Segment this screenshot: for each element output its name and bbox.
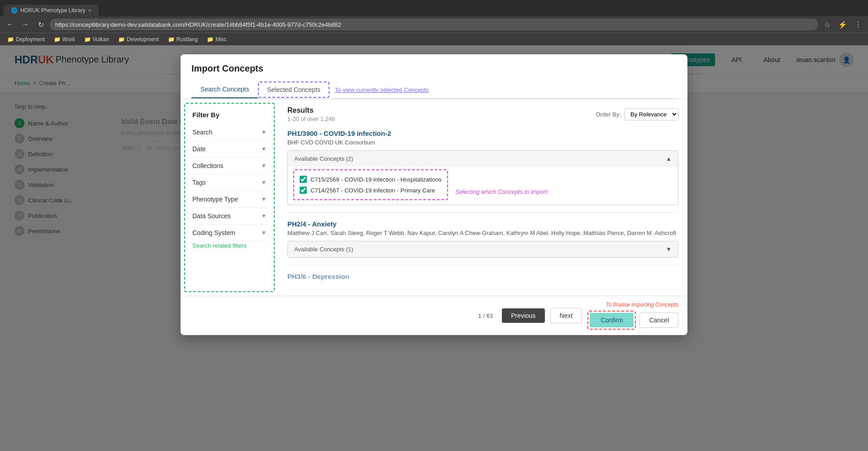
- filter-phenotype-type[interactable]: Phenotype Type ▼: [192, 191, 267, 208]
- result-item-2: PH2/4 - Anxiety Matthew J Carr, Sarah St…: [287, 220, 678, 265]
- results-title-area: Results 1-20 of over 1,246: [287, 106, 335, 122]
- selecting-label-1: Selecting which Concepts to import: [455, 188, 547, 195]
- concepts-collapse-1[interactable]: ▲: [666, 155, 672, 162]
- confirm-button-wrapper: Confirm: [587, 311, 636, 330]
- order-by: Order By: By Relevance By Date By Name: [596, 108, 678, 120]
- concepts-header-2[interactable]: Available Concepts (1) ▼: [288, 241, 678, 257]
- import-concepts-modal: Import Concepts Search Concepts Selected…: [181, 54, 687, 335]
- browser-tab[interactable]: 🌐 HDRUK Phenotype Library ✕: [4, 5, 99, 16]
- finalise-text: To finalise importing Concepts: [606, 302, 678, 308]
- tab-close-button[interactable]: ✕: [88, 8, 91, 13]
- filter-date-chevron: ▼: [261, 146, 267, 152]
- filter-panel: Filter By Search ▼ Date ▼ Collections ▼: [184, 103, 275, 292]
- filter-tags[interactable]: Tags ▼: [192, 174, 267, 191]
- filter-collections-chevron: ▼: [261, 163, 267, 169]
- concepts-label-1: Available Concepts (2): [294, 155, 353, 162]
- filter-search[interactable]: Search ▼: [192, 124, 267, 141]
- filter-coding-system-label: Coding System: [192, 229, 235, 236]
- concept-label-1-1: C715/2569 - COVID-19 infection - Hospita…: [310, 176, 442, 183]
- browser-tabs: 🌐 HDRUK Phenotype Library ✕: [0, 0, 868, 16]
- result-title-1[interactable]: PH1/3900 - COVID-19 infection-2: [287, 130, 678, 137]
- result-title-3[interactable]: PH3/6 - Depression: [287, 273, 678, 280]
- confirm-cancel-row: Confirm Cancel: [587, 311, 678, 330]
- concepts-label-2: Available Concepts (1): [294, 246, 353, 253]
- order-by-select[interactable]: By Relevance By Date By Name: [625, 108, 678, 120]
- modal-footer: 1 / 63 Previous Next To finalise importi…: [181, 296, 687, 335]
- modal-header: Import Concepts Search Concepts Selected…: [181, 54, 687, 99]
- modal-title: Import Concepts: [191, 63, 677, 74]
- bookmark-misc[interactable]: 📁 Misc: [203, 35, 230, 43]
- result-author-1: BHF CVD COVID UK Consortium: [287, 139, 678, 146]
- concepts-header-1[interactable]: Available Concepts (2) ▲: [288, 151, 678, 167]
- order-by-label: Order By:: [596, 111, 621, 118]
- filter-date-label: Date: [192, 145, 206, 153]
- previous-button[interactable]: Previous: [502, 308, 544, 323]
- reload-button[interactable]: ↻: [34, 18, 47, 31]
- bookmark-work[interactable]: 📁 Work: [50, 35, 79, 43]
- tabs-row-inner: Search Concepts Selected Concepts To vie…: [191, 81, 677, 98]
- filter-data-sources-label: Data Sources: [192, 212, 231, 220]
- filter-data-sources-chevron: ▼: [261, 213, 267, 219]
- result-title-2[interactable]: PH2/4 - Anxiety: [287, 220, 678, 228]
- results-header: Results 1-20 of over 1,246 Order By: By …: [287, 106, 678, 122]
- forward-button[interactable]: →: [19, 18, 32, 31]
- filter-date[interactable]: Date ▼: [192, 141, 267, 158]
- bookmarks-bar: 📁 Deployment 📁 Work 📁 Vulkan 📁 Developme…: [0, 33, 868, 45]
- filter-search-chevron: ▼: [261, 129, 267, 135]
- confirm-area: To finalise importing Concepts Confirm C…: [587, 302, 678, 330]
- confirm-button[interactable]: Confirm: [590, 313, 634, 327]
- back-button[interactable]: ←: [4, 18, 16, 31]
- concepts-dropdown-1: Available Concepts (2) ▲ C715/2569 - COV…: [287, 150, 678, 205]
- bookmark-vulkan[interactable]: 📁 Vulkan: [81, 35, 113, 43]
- page-content: HDRUK Phenotype Library Home Phenotypes …: [0, 45, 868, 451]
- filter-phenotype-type-chevron: ▼: [261, 196, 267, 202]
- page-info: 1 / 63: [478, 312, 493, 319]
- tab-search-concepts[interactable]: Search Concepts: [191, 81, 258, 98]
- concepts-expanded-area-1: C715/2569 - COVID-19 infection - Hospita…: [288, 167, 678, 205]
- tab-title: HDRUK Phenotype Library: [20, 7, 85, 14]
- address-bar[interactable]: [50, 19, 818, 30]
- cancel-button[interactable]: Cancel: [639, 312, 678, 328]
- bookmark-button[interactable]: ☆: [821, 18, 834, 31]
- view-selected-link[interactable]: To view currently selected Concepts: [335, 86, 429, 93]
- next-button[interactable]: Next: [550, 308, 582, 323]
- search-related-filters-link[interactable]: Search-related filters: [192, 242, 247, 249]
- modal-tabs-row: Search Concepts Selected Concepts To vie…: [191, 81, 677, 99]
- filter-collections[interactable]: Collections ▼: [192, 158, 267, 174]
- bookmark-deployment[interactable]: 📁 Deployment: [4, 35, 48, 43]
- concept-item-1-2: C714/2567 - COVID-19 infection - Primary…: [300, 185, 442, 196]
- filter-tags-label: Tags: [192, 179, 206, 186]
- bookmark-rustlang[interactable]: 📁 Rustlang: [164, 35, 201, 43]
- browser-toolbar: ← → ↻ ☆ ⚡ ⋮: [0, 16, 868, 33]
- filter-search-label: Search: [192, 129, 212, 136]
- browser-chrome: 🌐 HDRUK Phenotype Library ✕ ← → ↻ ☆ ⚡ ⋮: [0, 0, 868, 33]
- results-count: 1-20 of over 1,246: [287, 115, 335, 122]
- concept-checkbox-1-1[interactable]: [300, 176, 307, 183]
- filter-coding-system-chevron: ▼: [261, 230, 267, 236]
- results-title: Results: [287, 106, 335, 115]
- tab-selected-concepts[interactable]: Selected Concepts: [258, 82, 329, 98]
- tab-favicon: 🌐: [11, 7, 18, 14]
- result-item-1: PH1/3900 - COVID-19 infection-2 BHF CVD …: [287, 130, 678, 213]
- filter-coding-system[interactable]: Coding System ▼: [192, 225, 267, 241]
- filter-collections-label: Collections: [192, 162, 223, 169]
- concepts-expand-2[interactable]: ▼: [666, 246, 672, 253]
- concept-checkbox-1-2[interactable]: [300, 187, 307, 194]
- filter-phenotype-type-label: Phenotype Type: [192, 196, 238, 203]
- results-panel: Results 1-20 of over 1,246 Order By: By …: [278, 99, 687, 296]
- bookmark-development[interactable]: 📁 Development: [114, 35, 162, 43]
- concepts-dropdown-2: Available Concepts (1) ▼: [287, 241, 678, 258]
- result-item-3: PH3/6 - Depression: [287, 273, 678, 290]
- filter-tags-chevron: ▼: [261, 179, 267, 186]
- extensions-button[interactable]: ⚡: [836, 18, 849, 31]
- modal-body: Filter By Search ▼ Date ▼ Collections ▼: [181, 99, 687, 296]
- modal-overlay: Import Concepts Search Concepts Selected…: [0, 45, 868, 451]
- concept-label-1-2: C714/2567 - COVID-19 infection - Primary…: [310, 187, 435, 194]
- concept-item-1-1: C715/2569 - COVID-19 infection - Hospita…: [300, 174, 442, 185]
- menu-button[interactable]: ⋮: [852, 18, 864, 31]
- filter-title: Filter By: [192, 111, 267, 119]
- filter-data-sources[interactable]: Data Sources ▼: [192, 208, 267, 225]
- result-author-2: Matthew J Carr, Sarah Steeg, Roger T Web…: [287, 230, 678, 236]
- concepts-selection-area: C715/2569 - COVID-19 infection - Hospita…: [293, 169, 448, 200]
